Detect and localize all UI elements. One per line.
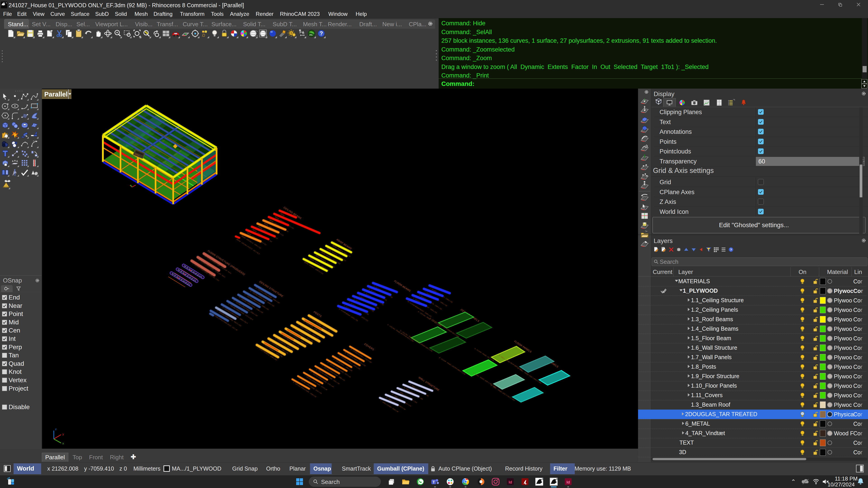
- svg-text:?: ?: [320, 30, 323, 36]
- svg-text:C - CEILING - PANEL BOTTOM 423: C - CEILING - PANEL BOTTOM 423 x 2139: [387, 324, 414, 342]
- svg-text:FLOOR STRUCTURE (PRODUCED): FLOOR STRUCTURE (PRODUCED): [207, 250, 246, 276]
- svg-text:8: 8: [6, 2, 7, 4]
- svg-text:y: y: [62, 432, 64, 436]
- svg-text:Id: Id: [508, 480, 512, 484]
- svg-text:8: 8: [542, 478, 543, 480]
- svg-text:x: x: [62, 442, 64, 445]
- svg-text:POSTS: POSTS: [313, 311, 322, 318]
- svg-text:A - CEILING - PANEL TOP 831 x: A - CEILING - PANEL TOP 831 x 2148: [417, 311, 441, 327]
- svg-text:Id: Id: [566, 480, 570, 484]
- svg-text:T: T: [433, 480, 435, 484]
- svg-text:A - FLOOR - PANEL 700 x 2136: A - FLOOR - PANEL 700 x 2136: [474, 348, 494, 361]
- svg-text:COVERS: COVERS: [364, 343, 375, 351]
- svg-text:?: ?: [730, 248, 732, 252]
- svg-text:z: z: [55, 427, 57, 431]
- svg-text:8: 8: [556, 478, 558, 480]
- svg-text:B - FLOOR - PANEL CENTER 868.5: B - FLOOR - PANEL CENTER 868.5 x 2136: [439, 357, 466, 375]
